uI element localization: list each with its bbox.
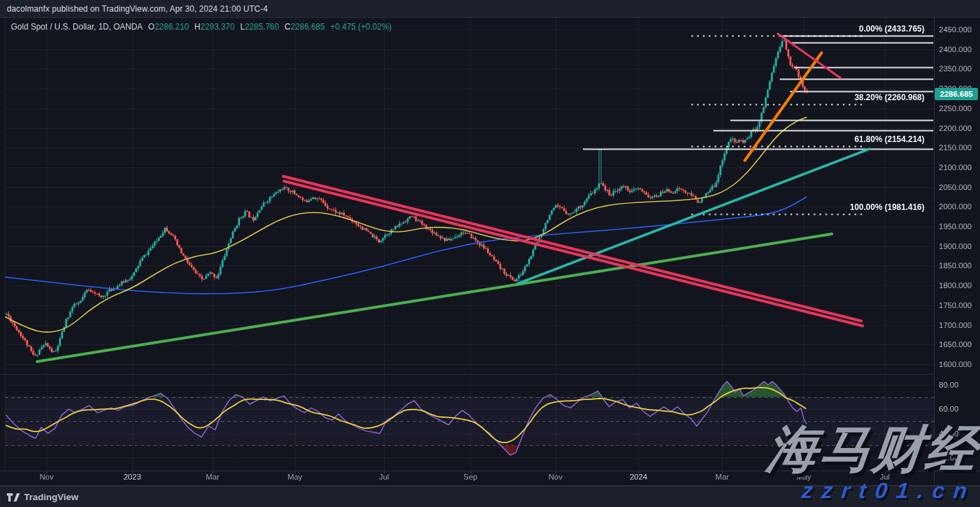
price-tick-label: 1650.000	[939, 340, 972, 349]
change-value: +0.475 (+0.02%)	[331, 22, 392, 32]
tradingview-logo-icon	[7, 493, 20, 502]
time-tick-label: Sep	[464, 473, 477, 481]
fib-level-label: 38.20% (2260.968)	[854, 93, 924, 102]
watermark-cjk-text: 海马财经	[765, 424, 980, 475]
price-tick-label: 1750.000	[939, 301, 972, 309]
close-label: C2286.685	[285, 22, 325, 32]
time-tick-label: Mar	[715, 473, 729, 481]
symbol-legend[interactable]: Gold Spot / U.S. Dollar, 1D, OANDAO2286.…	[11, 22, 392, 32]
open-label: O2286.210	[148, 22, 189, 32]
publish-header-bar: dacolmanfx published on TradingView.com,…	[0, 0, 980, 18]
close-value: 2286.685	[291, 22, 325, 32]
price-tick-label: 2050.000	[939, 183, 972, 191]
rsi-tick-label: 60.00	[939, 405, 959, 413]
low-label: L2285.760	[240, 22, 279, 32]
price-tick-label: 2100.000	[939, 163, 972, 172]
price-tick-label: 1700.000	[939, 321, 972, 329]
time-tick-label: Nov	[549, 473, 562, 481]
price-tick-label: 2450.000	[939, 25, 972, 34]
fib-level-label: 0.00% (2433.765)	[859, 24, 924, 34]
time-tick-label: 2024	[630, 473, 647, 481]
tradingview-published-chart: dacolmanfx published on TradingView.com,…	[0, 0, 980, 507]
tradingview-brand-text: TradingView	[24, 492, 78, 502]
price-tick-label: 1850.000	[939, 261, 972, 270]
symbol-title: Gold Spot / U.S. Dollar, 1D, OANDA	[11, 22, 143, 32]
time-tick-label: May	[287, 473, 302, 481]
last-price-badge: 2286.685	[935, 88, 978, 100]
low-value: 2285.760	[245, 22, 279, 32]
price-tick-label: 1900.000	[939, 242, 972, 250]
fib-level-label: 61.80% (2154.214)	[854, 134, 924, 144]
price-tick-label: 2250.000	[939, 104, 972, 113]
watermark-url-text: zzrt01.cn	[800, 478, 977, 504]
price-tick-label: 2400.000	[939, 45, 972, 54]
price-tick-label: 2200.000	[939, 124, 972, 132]
price-tick-label: 1600.000	[939, 360, 972, 368]
price-tick-label: 1950.000	[939, 222, 972, 231]
price-tick-label: 2000.000	[939, 202, 972, 211]
high-value: 2293.370	[200, 22, 235, 32]
rsi-tick-label: 80.00	[939, 381, 959, 389]
time-tick-label: Jul	[379, 473, 390, 481]
price-tick-label: 2150.000	[939, 143, 972, 152]
tradingview-brand-link[interactable]: TradingView	[7, 492, 78, 502]
publish-info-text: dacolmanfx published on TradingView.com,…	[7, 4, 268, 14]
high-label: H2293.370	[194, 22, 235, 32]
time-tick-label: 2023	[123, 473, 141, 481]
time-tick-label: Nov	[40, 473, 53, 481]
time-tick-label: Mar	[206, 473, 219, 481]
price-tick-label: 2350.000	[939, 64, 972, 73]
open-value: 2286.210	[154, 22, 189, 32]
price-tick-label: 1800.000	[939, 281, 972, 290]
fib-level-label: 100.00% (1981.416)	[850, 202, 924, 212]
